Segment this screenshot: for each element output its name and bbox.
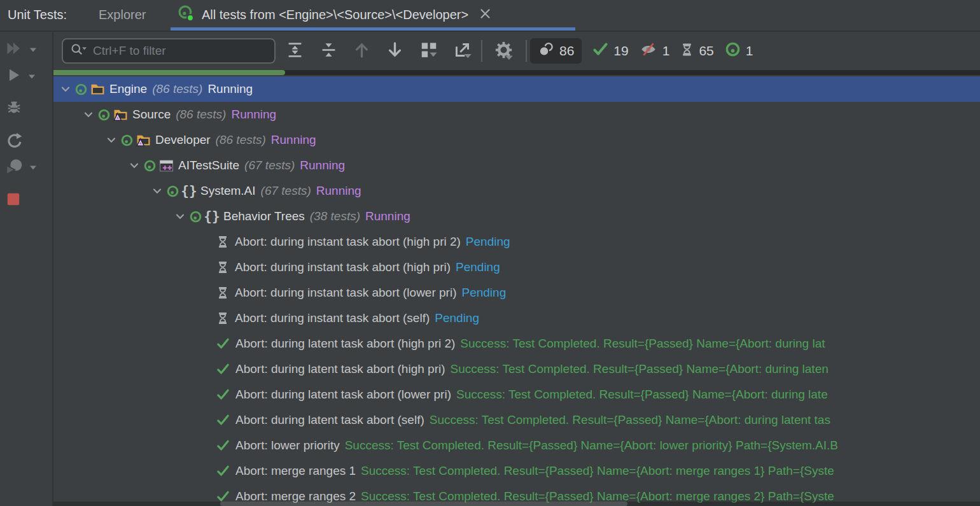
all-tests-counter[interactable]: 86 <box>530 38 582 64</box>
chevron-down-icon[interactable] <box>106 134 117 146</box>
panel-title: Unit Tests: <box>8 0 67 29</box>
previous-difference-button[interactable] <box>351 41 372 61</box>
chevron-down-icon[interactable] <box>83 109 94 120</box>
test-run-progressbar <box>53 70 980 75</box>
search-icon <box>69 42 87 60</box>
tree-row[interactable]: Abort: merge ranges 1Success: Test Compl… <box>53 458 980 484</box>
settings-button[interactable] <box>493 41 514 61</box>
running-test-icon <box>97 108 111 122</box>
tab-all-tests[interactable]: All tests from <Engine>\<Source>\<Develo… <box>177 0 491 29</box>
passed-check-icon <box>216 465 230 477</box>
ignored-count: 1 <box>662 43 670 59</box>
test-name: Developer <box>155 133 211 147</box>
horizontal-scrollbar-thumb[interactable] <box>220 502 627 506</box>
tree-row[interactable]: Developer(86 tests)Running <box>53 127 980 153</box>
rerun-button[interactable] <box>5 132 48 152</box>
test-name: Abort: during instant task abort (self) <box>235 311 430 325</box>
passed-check-icon <box>216 388 230 401</box>
tree-row[interactable]: Abort: during latent task abort (self)Su… <box>53 407 980 433</box>
test-name: Abort: during latent task abort (self) <box>235 413 424 427</box>
test-count: (67 tests) <box>261 184 311 198</box>
running-counter[interactable]: 1 <box>725 41 753 60</box>
ignored-counter[interactable]: 1 <box>640 41 670 60</box>
running-count: 1 <box>746 43 753 59</box>
expand-all-button[interactable] <box>284 41 305 61</box>
passed-check-icon <box>216 490 230 503</box>
passed-icon <box>592 42 608 60</box>
passed-counter[interactable]: 19 <box>592 42 628 60</box>
test-name: Abort: during latent task abort (high pr… <box>235 362 445 376</box>
tree-row[interactable]: Abort: during latent task abort (lower p… <box>53 382 980 407</box>
test-status: Pending <box>466 235 510 249</box>
dropdown-arrow-icon[interactable] <box>29 162 37 173</box>
tree-row[interactable]: Abort: during latent task abort (high pr… <box>53 356 980 382</box>
close-tab-icon[interactable] <box>479 8 491 22</box>
test-name: Abort: during latent task abort (high pr… <box>235 337 455 351</box>
unit-tests-panel: 86191651 Engine(86 tests)RunningSource(8… <box>53 32 980 506</box>
running-test-icon <box>143 159 157 172</box>
filter-box[interactable] <box>62 38 276 64</box>
rerun-icon <box>5 132 23 152</box>
export-button[interactable] <box>452 41 472 61</box>
namespace-icon: {} <box>205 209 219 224</box>
test-count: (86 tests) <box>176 108 226 122</box>
chevron-down-icon[interactable] <box>151 185 163 197</box>
tree-row[interactable]: Source(86 tests)Running <box>53 102 980 127</box>
tests-toolbar: 86191651 <box>53 32 980 70</box>
namespace-icon: {} <box>182 183 196 199</box>
test-count: (38 tests) <box>310 209 360 223</box>
previous-difference-icon <box>353 41 371 62</box>
test-status: Running <box>207 82 253 96</box>
dropdown-arrow-icon[interactable] <box>29 44 37 55</box>
cover-button[interactable] <box>5 157 48 178</box>
pending-hourglass-icon <box>216 311 229 325</box>
run-all-button[interactable] <box>5 39 48 60</box>
passed-check-icon <box>216 363 230 376</box>
unit-tests-sidebar <box>0 32 53 506</box>
chevron-down-icon[interactable] <box>129 160 140 171</box>
pending-counter[interactable]: 65 <box>680 42 713 60</box>
test-name: Source <box>132 108 171 122</box>
dropdown-arrow-icon[interactable] <box>28 71 36 82</box>
cover-icon <box>5 157 24 178</box>
chevron-down-icon[interactable] <box>174 211 186 222</box>
running-session-icon <box>177 4 195 25</box>
test-status: Pending <box>462 286 507 300</box>
chevron-down-icon[interactable] <box>60 83 71 95</box>
passed-count: 19 <box>613 43 628 59</box>
stop-button[interactable] <box>5 190 48 211</box>
tree-row[interactable]: Abort: lower prioritySuccess: Test Compl… <box>53 433 980 458</box>
stop-icon <box>5 191 22 210</box>
test-tree: Engine(86 tests)RunningSource(86 tests)R… <box>53 75 980 506</box>
tree-row[interactable]: {}Behavior Trees(38 tests)Running <box>53 204 980 229</box>
test-status: Running <box>300 158 345 172</box>
tab-explorer[interactable]: Explorer <box>99 0 146 29</box>
tree-row[interactable]: AITestSuite(67 tests)Running <box>53 153 980 178</box>
filter-input[interactable] <box>93 44 252 58</box>
running-test-icon <box>74 83 88 96</box>
test-count: (86 tests) <box>152 82 202 96</box>
pending-hourglass-icon <box>216 286 229 300</box>
group-by-button[interactable] <box>419 41 439 61</box>
unreal-folder-icon <box>136 134 151 147</box>
run-selected-button[interactable] <box>5 66 48 87</box>
horizontal-scrollbar-track[interactable] <box>53 502 980 506</box>
running-test-icon <box>166 185 179 198</box>
expand-all-icon <box>286 41 304 62</box>
tree-row[interactable]: Engine(86 tests)Running <box>53 76 980 102</box>
tree-row[interactable]: Abort: during instant task abort (high p… <box>53 229 980 255</box>
tree-row[interactable]: Abort: during instant task abort (self)P… <box>53 306 980 331</box>
tree-row[interactable]: {}System.AI(67 tests)Running <box>53 178 980 204</box>
tree-row[interactable]: Abort: during instant task abort (high p… <box>53 255 980 280</box>
tree-row[interactable]: Abort: during instant task abort (lower … <box>53 280 980 306</box>
debug-button[interactable] <box>5 98 48 118</box>
progress-fill <box>53 70 285 75</box>
engine-folder-icon <box>90 83 105 96</box>
passed-check-icon <box>216 439 230 452</box>
toolbar-separator <box>526 40 527 62</box>
test-status: Running <box>316 184 361 198</box>
collapse-all-button[interactable] <box>318 41 339 61</box>
tree-row[interactable]: Abort: during latent task abort (high pr… <box>53 331 980 356</box>
next-difference-button[interactable] <box>384 41 405 61</box>
running-test-icon <box>120 134 134 147</box>
